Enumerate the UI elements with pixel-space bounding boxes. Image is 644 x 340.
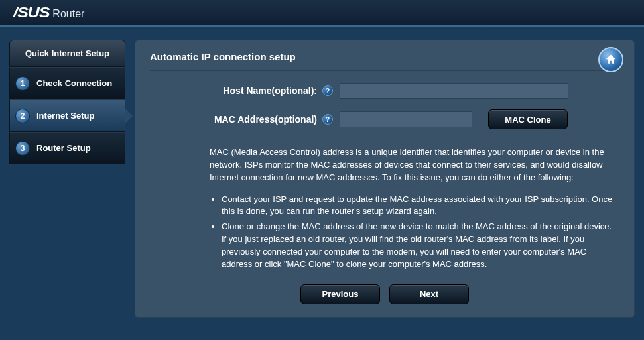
main-container: Quick Internet Setup 1 Check Connection … <box>0 27 644 327</box>
home-icon <box>604 53 617 66</box>
row-host-name: Host Name(optional): ? <box>150 83 619 99</box>
nav-buttons: Previous Next <box>150 284 619 304</box>
brand-logo: /SUS Router <box>13 4 84 21</box>
panel-title: Automatic IP connection setup <box>150 51 619 71</box>
mac-address-input[interactable] <box>340 111 472 127</box>
info-intro: MAC (Media Access Control) address is a … <box>210 146 613 184</box>
next-button[interactable]: Next <box>389 284 469 304</box>
mac-address-label: MAC Address(optional) <box>190 114 322 125</box>
info-text: MAC (Media Access Control) address is a … <box>150 140 619 271</box>
sidebar-title: Quick Internet Setup <box>9 40 125 67</box>
product-name: Router <box>52 8 84 20</box>
info-bullet: Clone or change the MAC address of the n… <box>222 221 613 270</box>
home-button[interactable] <box>598 47 623 72</box>
help-icon[interactable]: ? <box>322 114 333 125</box>
sidebar: Quick Internet Setup 1 Check Connection … <box>9 40 125 318</box>
host-name-input[interactable] <box>340 83 568 99</box>
step-number-icon: 3 <box>15 141 30 156</box>
step-router-setup[interactable]: 3 Router Setup <box>9 132 125 164</box>
help-icon[interactable]: ? <box>322 85 333 96</box>
step-label: Internet Setup <box>36 111 94 121</box>
app-header: /SUS Router <box>0 0 644 27</box>
step-internet-setup[interactable]: 2 Internet Setup <box>9 99 125 132</box>
info-bullet-list: Contact your ISP and request to update t… <box>210 194 613 271</box>
step-label: Router Setup <box>36 143 91 153</box>
step-label: Check Connection <box>36 78 112 88</box>
step-number-icon: 2 <box>15 109 30 123</box>
host-name-label: Host Name(optional): <box>190 85 322 96</box>
row-mac-address: MAC Address(optional) ? MAC Clone <box>150 109 619 129</box>
previous-button[interactable]: Previous <box>300 284 380 304</box>
mac-clone-button[interactable]: MAC Clone <box>488 109 568 129</box>
info-bullet: Contact your ISP and request to update t… <box>222 194 613 219</box>
step-check-connection[interactable]: 1 Check Connection <box>9 67 125 99</box>
step-number-icon: 1 <box>15 76 30 91</box>
content-panel: Automatic IP connection setup Host Name(… <box>135 40 635 318</box>
brand-name: /SUS <box>13 4 49 21</box>
